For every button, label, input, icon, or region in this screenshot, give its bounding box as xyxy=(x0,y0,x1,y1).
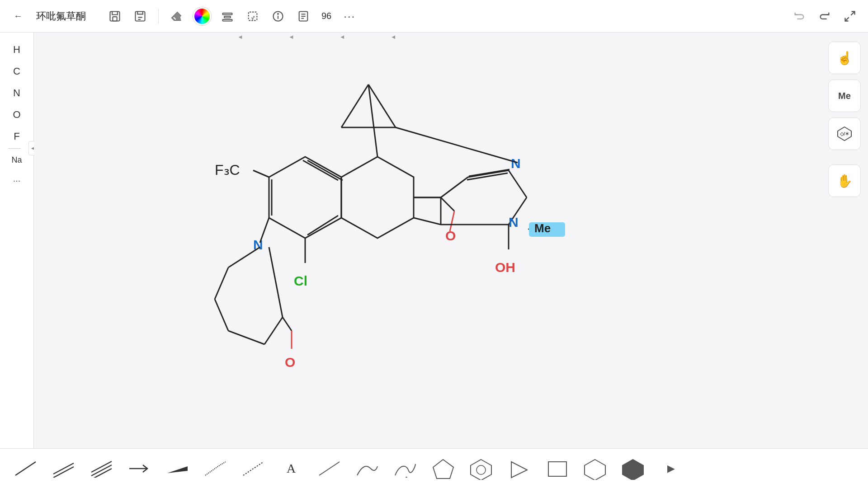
rectangle-btn[interactable] xyxy=(539,454,575,483)
svg-line-92 xyxy=(319,462,340,475)
single-bond-btn[interactable] xyxy=(7,454,43,483)
open-hexagon-btn[interactable] xyxy=(577,454,613,483)
svg-line-76 xyxy=(414,218,441,225)
benzene-btn[interactable] xyxy=(463,454,499,483)
count-display: 96 xyxy=(321,11,331,21)
pan-icon: ✋ xyxy=(837,174,853,188)
svg-line-90 xyxy=(219,462,226,466)
svg-text:Cl: Cl xyxy=(294,273,307,288)
more-tools-btn[interactable]: ▶ xyxy=(653,454,689,483)
pentagon-btn[interactable] xyxy=(425,454,461,483)
notes-button[interactable] xyxy=(292,5,314,27)
info-button[interactable] xyxy=(267,5,289,27)
right-sidebar: ☝️ Me ◇/✶ ✋ xyxy=(828,42,861,197)
page-title: 环吡氟草酮 xyxy=(36,9,86,23)
svg-marker-97 xyxy=(511,462,527,478)
svg-line-41 xyxy=(253,170,269,177)
me-button[interactable]: Me xyxy=(828,80,861,112)
dotted-bond-btn[interactable] xyxy=(235,454,271,483)
redo-button[interactable] xyxy=(814,5,835,27)
dashed-wedge-btn[interactable] xyxy=(197,454,233,483)
arrow-1[interactable]: ◄ xyxy=(237,33,243,40)
svg-rect-5 xyxy=(223,19,232,21)
svg-text:◇/✶: ◇/✶ xyxy=(840,131,849,136)
molecule-svg: F₃C N O Cl O xyxy=(124,42,712,426)
svg-point-96 xyxy=(476,465,486,474)
color-wheel-button[interactable] xyxy=(191,5,213,27)
undo-button[interactable] xyxy=(788,5,810,27)
svg-text:OH: OH xyxy=(495,260,515,275)
touch-mode-button[interactable]: ☝️ xyxy=(828,42,861,74)
svg-line-35 xyxy=(303,160,338,180)
select-button[interactable] xyxy=(242,5,264,27)
triple-bond-btn[interactable] xyxy=(83,454,119,483)
svg-rect-3 xyxy=(223,13,232,15)
arrow-2[interactable]: ◄ xyxy=(288,33,294,40)
hand-icon: ☝️ xyxy=(837,51,853,66)
text-btn[interactable]: A xyxy=(273,454,309,483)
svg-line-63 xyxy=(509,170,527,197)
atom-na[interactable]: Na xyxy=(5,150,29,170)
align-button[interactable] xyxy=(217,5,238,27)
custom-group-button[interactable]: ◇/✶ xyxy=(828,117,861,150)
bottom-toolbar: A xyxy=(0,448,868,488)
svg-marker-100 xyxy=(623,460,643,480)
top-toolbar: ← 环吡氟草酮 xyxy=(0,0,868,33)
fullscreen-button[interactable] xyxy=(839,5,861,27)
me-label: Me xyxy=(838,91,851,101)
svg-text:N: N xyxy=(509,215,519,230)
atom-o[interactable]: O xyxy=(5,105,29,125)
plain-line-btn[interactable] xyxy=(311,454,347,483)
svg-line-39 xyxy=(368,84,377,157)
collapse-arrows: ◄ ◄ ◄ ◄ xyxy=(34,33,868,41)
arrow-4[interactable]: ◄ xyxy=(391,33,396,40)
divider-1 xyxy=(158,9,159,23)
svg-marker-86 xyxy=(167,466,188,473)
svg-point-93 xyxy=(406,477,407,478)
svg-text:F₃C: F₃C xyxy=(215,162,240,178)
canvas-area[interactable]: ◄ ◄ ◄ ◄ F₃C N xyxy=(34,33,868,448)
svg-marker-94 xyxy=(433,460,453,479)
svg-line-48 xyxy=(264,317,283,344)
svg-line-59 xyxy=(441,177,468,197)
svg-line-30 xyxy=(341,84,368,127)
svg-marker-38 xyxy=(341,157,414,238)
filled-hexagon-btn[interactable] xyxy=(615,454,651,483)
atom-c[interactable]: C xyxy=(5,61,29,81)
eraser-button[interactable] xyxy=(166,5,188,27)
svg-rect-98 xyxy=(548,462,566,476)
more-button[interactable]: ··· xyxy=(339,5,360,27)
svg-rect-1 xyxy=(113,17,117,21)
svg-line-37 xyxy=(307,216,338,235)
arrow-3[interactable]: ◄ xyxy=(340,33,345,40)
svg-text:N: N xyxy=(511,156,521,171)
svg-text:Me: Me xyxy=(534,221,551,235)
wedge-bond-btn[interactable] xyxy=(159,454,195,483)
svg-marker-33 xyxy=(269,157,341,238)
atom-f[interactable]: F xyxy=(5,127,29,146)
pan-button[interactable]: ✋ xyxy=(828,164,861,197)
svg-line-79 xyxy=(15,462,36,475)
atom-h[interactable]: H xyxy=(5,40,29,60)
svg-line-43 xyxy=(260,218,269,243)
arrow-btn[interactable] xyxy=(121,454,157,483)
double-bond-parallel-btn[interactable] xyxy=(45,454,81,483)
curve1-btn[interactable] xyxy=(349,454,385,483)
svg-line-36 xyxy=(307,160,343,180)
svg-point-9 xyxy=(278,13,278,14)
svg-rect-4 xyxy=(224,16,231,18)
atom-n[interactable]: N xyxy=(5,83,29,103)
svg-line-44 xyxy=(228,247,260,267)
save-button[interactable] xyxy=(104,5,126,27)
save-alt-button[interactable] xyxy=(129,5,151,27)
svg-line-91 xyxy=(243,462,264,475)
back-button[interactable]: ← xyxy=(7,5,29,27)
color-wheel-icon xyxy=(193,7,211,25)
svg-line-15 xyxy=(845,17,849,21)
svg-line-56 xyxy=(441,197,454,211)
curve2-btn[interactable] xyxy=(387,454,423,483)
left-sidebar: H C N O F ◄ Na ··· xyxy=(0,33,34,448)
triangle-btn[interactable] xyxy=(501,454,537,483)
svg-line-88 xyxy=(210,469,214,472)
sidebar-more-btn[interactable]: ··· xyxy=(13,175,21,186)
